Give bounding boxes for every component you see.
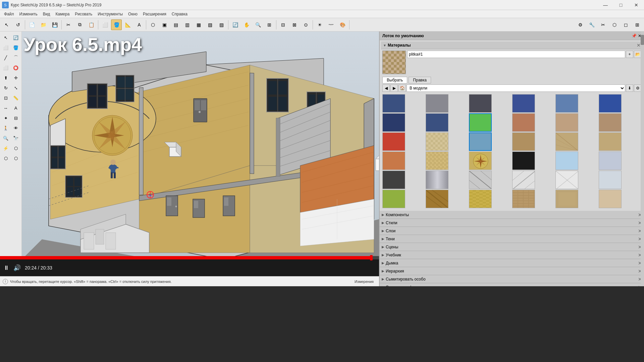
tb-more4[interactable]: ⬡ <box>609 19 620 30</box>
tb-undo[interactable]: ↺ <box>13 19 23 30</box>
panel-simulate[interactable]: ▶ Сымитировать особо ✕ <box>380 275 644 283</box>
mat-cell-16[interactable] <box>512 132 535 151</box>
mat-cell-10[interactable] <box>512 113 535 132</box>
mat-detail-btn[interactable]: ⚙ <box>634 84 641 92</box>
menu-edit[interactable]: Изменить <box>17 11 40 17</box>
lt-eraser[interactable]: ⬜ <box>1 43 10 52</box>
lt-arc[interactable]: ⌒ <box>11 53 20 62</box>
menu-view[interactable]: Вид <box>40 11 53 17</box>
lt-zoom-prev[interactable]: 🔭 <box>11 133 20 143</box>
cp-close-tutorial[interactable]: ✕ <box>638 252 642 258</box>
mat-cell-5[interactable] <box>555 94 578 113</box>
mat-cell-30[interactable] <box>599 171 622 189</box>
lt-axes[interactable]: ✦ <box>1 113 10 123</box>
tb-more1[interactable]: ⚙ <box>575 19 586 30</box>
lt-orbit[interactable]: 🔄 <box>11 33 20 42</box>
panel-tutorial[interactable]: ▶ Учебник ✕ <box>380 251 644 259</box>
panel-fog[interactable]: ▶ Дымка ✕ <box>380 259 644 267</box>
lt-select[interactable]: ↖ <box>1 33 10 42</box>
mat-cell-20[interactable] <box>426 152 448 170</box>
menu-window[interactable]: Окно <box>125 11 140 17</box>
cp-close-layers[interactable]: ✕ <box>638 228 642 234</box>
mat-cell-17[interactable] <box>555 132 578 151</box>
menu-extensions[interactable]: Расширения <box>140 11 169 17</box>
tb-measure[interactable]: 📐 <box>122 19 133 30</box>
tb-cut[interactable]: ✂ <box>63 19 74 30</box>
cp-close-styles[interactable]: ✕ <box>638 220 642 226</box>
tb-more2[interactable]: 🔧 <box>586 19 597 30</box>
mat-cell-26-silver[interactable] <box>426 171 448 189</box>
3d-viewport[interactable] <box>22 32 379 259</box>
lt-push-pull[interactable]: ⬆ <box>1 73 10 82</box>
tb-shadows[interactable]: ☀ <box>314 19 325 30</box>
tb-save[interactable]: 💾 <box>49 19 60 30</box>
panel-hierarchy[interactable]: ▶ Иерархия ✕ <box>380 267 644 275</box>
lt-move[interactable]: ✛ <box>11 73 20 82</box>
mat-cell-15[interactable] <box>469 132 492 151</box>
mat-create-btn[interactable]: + <box>626 51 633 58</box>
mat-cell-1[interactable] <box>382 94 405 113</box>
tb-left[interactable]: ▧ <box>205 19 215 30</box>
tb-new[interactable]: 📄 <box>26 19 37 30</box>
mat-load-btn[interactable]: 📂 <box>634 51 641 58</box>
mat-cell-31-green[interactable] <box>382 190 405 208</box>
tb-section[interactable]: ⊟ <box>278 19 288 30</box>
lt-component[interactable]: ⬡ <box>11 143 20 153</box>
lt-zoom[interactable]: 🔍 <box>1 133 10 143</box>
cp-close-shadows[interactable]: ✕ <box>638 236 642 242</box>
tb-section-show[interactable]: ⊠ <box>289 19 300 30</box>
tb-zoom[interactable]: 🔍 <box>253 19 263 30</box>
mat-cell-25-darkgray[interactable] <box>382 171 405 189</box>
mat-cell-9-green[interactable] <box>469 113 492 132</box>
tb-orbit[interactable]: 🔄 <box>230 19 240 30</box>
mat-tab-edit[interactable]: Правка <box>409 77 431 83</box>
cp-close-simulate[interactable]: ✕ <box>638 277 642 282</box>
lt-interact[interactable]: ⚡ <box>1 143 10 153</box>
cp-close-match-photo[interactable]: ✕ <box>638 285 642 287</box>
menu-tools[interactable]: Инструменты <box>95 11 125 17</box>
mat-cell-23-lightblue[interactable] <box>555 152 578 170</box>
tb-iso[interactable]: ⬡ <box>148 19 158 30</box>
tb-paint[interactable]: 🪣 <box>111 19 122 30</box>
mat-cell-22-black[interactable] <box>512 152 535 170</box>
lt-rotate[interactable]: ↻ <box>1 83 10 93</box>
panel-components[interactable]: ▶ Компоненты ✕ <box>380 211 644 219</box>
cp-close-hierarchy[interactable]: ✕ <box>638 268 642 274</box>
tb-more3[interactable]: ✂ <box>598 19 608 30</box>
tb-back[interactable]: ▦ <box>193 19 204 30</box>
mat-cell-14[interactable] <box>426 132 448 151</box>
mat-cell-11[interactable] <box>555 113 578 132</box>
mat-back-btn[interactable]: ◀ <box>382 84 390 92</box>
tb-text[interactable]: A <box>134 19 145 30</box>
lt-scale[interactable]: ⤡ <box>11 83 20 93</box>
mat-cell-3[interactable] <box>469 94 492 113</box>
play-pause-button[interactable]: ⏸ <box>3 264 9 272</box>
mat-tab-select[interactable]: Выбрать <box>382 77 407 83</box>
mat-cell-24[interactable] <box>599 152 622 170</box>
lt-more1[interactable]: ⬡ <box>1 154 10 163</box>
mat-expand-btn[interactable]: ⬇ <box>626 84 633 92</box>
mat-cell-27-diag[interactable] <box>469 171 492 189</box>
progress-bar-container[interactable] <box>0 256 379 259</box>
menu-camera[interactable]: Камера <box>53 11 72 17</box>
cp-close-scenes[interactable]: ✕ <box>638 244 642 250</box>
tb-select[interactable]: ↖ <box>1 19 12 30</box>
tb-pan[interactable]: ✋ <box>241 19 252 30</box>
mat-close[interactable]: ✕ <box>637 43 641 48</box>
tb-fog[interactable]: 〰 <box>326 19 336 30</box>
lt-section[interactable]: ⊟ <box>11 113 20 123</box>
mat-category-select[interactable]: В модели <box>407 84 625 92</box>
tb-right[interactable]: ▥ <box>182 19 193 30</box>
mat-cell-34[interactable] <box>512 190 535 208</box>
tb-bottom[interactable]: ▨ <box>216 19 227 30</box>
mat-cell-35[interactable] <box>555 190 578 208</box>
tb-front[interactable]: ▤ <box>170 19 181 30</box>
tb-zoom-ext[interactable]: ⊞ <box>264 19 275 30</box>
panel-layers[interactable]: ▶ Слои ✕ <box>380 227 644 235</box>
mat-cell-36[interactable] <box>599 190 622 208</box>
tb-copy[interactable]: ⧉ <box>74 19 85 30</box>
mat-cell-4[interactable] <box>512 94 535 113</box>
mat-cell-18[interactable] <box>599 132 622 151</box>
lt-circle[interactable]: ⭕ <box>11 63 20 72</box>
tb-more6[interactable]: ⊞ <box>632 19 643 30</box>
